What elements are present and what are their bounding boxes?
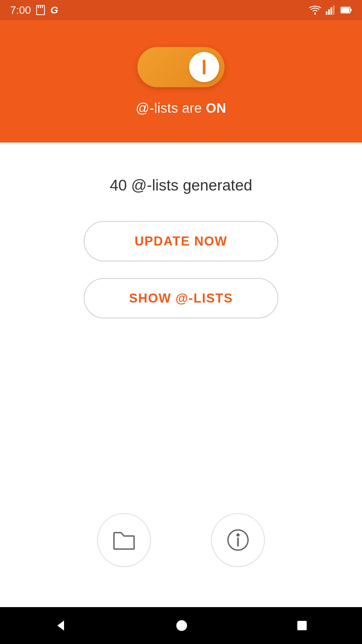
svg-point-16	[176, 620, 187, 631]
home-icon	[176, 620, 188, 632]
wifi-icon	[309, 5, 321, 15]
svg-rect-8	[333, 5, 335, 15]
info-icon	[226, 528, 250, 552]
bottom-icons	[97, 513, 265, 567]
update-now-button[interactable]: UPDATE NOW	[84, 221, 278, 261]
header-section: @-lists are ON	[0, 20, 362, 143]
back-button[interactable]	[54, 619, 67, 632]
status-time: 7:00	[10, 4, 31, 16]
generated-count: 40 @-lists generated	[110, 176, 252, 194]
svg-rect-11	[350, 9, 352, 11]
back-icon	[54, 619, 67, 632]
recents-button[interactable]	[296, 620, 308, 632]
home-button[interactable]	[176, 620, 188, 632]
toggle-state-text: ON	[206, 101, 226, 115]
main-content: 40 @-lists generated UPDATE NOW SHOW @-L…	[0, 143, 362, 607]
svg-rect-5	[326, 11, 327, 15]
toggle-switch[interactable]	[137, 47, 225, 87]
toggle-thumb	[189, 52, 219, 82]
status-right	[309, 5, 352, 15]
folder-button[interactable]	[97, 513, 151, 567]
svg-rect-7	[330, 7, 332, 15]
svg-rect-17	[297, 621, 307, 630]
toggle-label: @-lists are ON	[136, 101, 226, 116]
svg-point-4	[314, 13, 316, 15]
buttons-group: UPDATE NOW SHOW @-LISTS	[27, 221, 335, 318]
show-lists-button[interactable]: SHOW @-LISTS	[84, 278, 278, 318]
status-left: 7:00 G	[10, 4, 58, 16]
toggle-thumb-bar	[203, 60, 205, 74]
svg-rect-10	[342, 8, 350, 13]
signal-icon	[326, 5, 336, 15]
svg-rect-6	[328, 9, 330, 15]
svg-rect-1	[38, 5, 39, 8]
svg-rect-2	[40, 5, 41, 8]
recents-icon	[296, 620, 308, 632]
toggle-label-text: @-lists are	[136, 101, 206, 115]
status-bar: 7:00 G	[0, 0, 362, 20]
svg-marker-15	[57, 621, 64, 631]
battery-icon	[341, 6, 352, 14]
folder-icon	[112, 528, 136, 552]
svg-point-14	[237, 534, 239, 536]
info-button[interactable]	[211, 513, 265, 567]
google-icon: G	[50, 4, 58, 16]
svg-rect-3	[42, 5, 43, 8]
nav-bar	[0, 607, 362, 644]
sd-card-icon	[36, 5, 45, 15]
